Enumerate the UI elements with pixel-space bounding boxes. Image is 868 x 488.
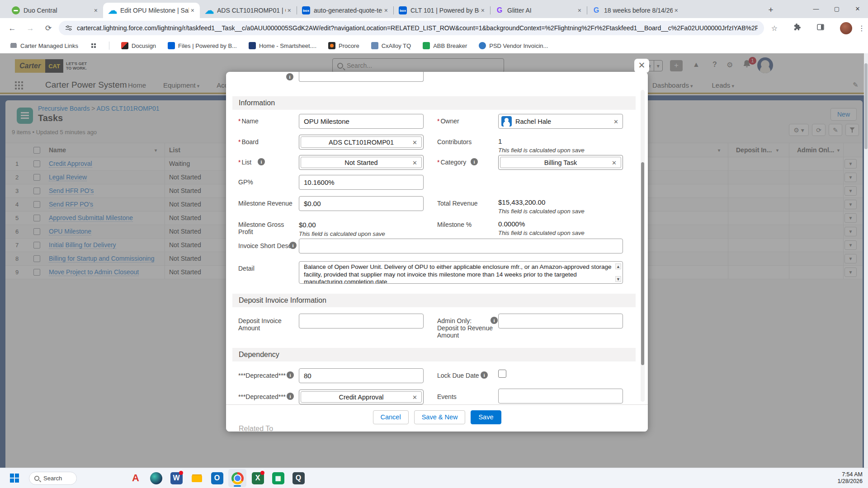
bookmark-item[interactable]: PSD Vendor Invoicin... <box>479 42 548 49</box>
browser-profile-avatar[interactable] <box>840 22 852 34</box>
browser-tab[interactable]: Duo Central × <box>6 3 103 18</box>
admin-only-info-icon[interactable]: i <box>491 317 498 324</box>
taskbar-app-icon <box>130 472 142 484</box>
bookmark-item[interactable]: Procore <box>328 42 359 49</box>
taskbar-app-button[interactable] <box>228 469 246 487</box>
board-lookup-pill[interactable]: ADS CLT101ROMP01 ✕ <box>299 135 424 150</box>
start-button-icon[interactable] <box>10 474 19 483</box>
deprecated-1-info-icon[interactable]: i <box>287 371 294 379</box>
deprecated-2-info-icon[interactable]: i <box>287 393 294 400</box>
deprecated-2-lookup-pill[interactable]: Credit Approval ✕ <box>299 389 424 404</box>
taskbar-app-button[interactable] <box>127 469 145 487</box>
site-settings-icon[interactable] <box>65 24 72 32</box>
invoice-short-desc-info-icon[interactable]: i <box>289 242 297 249</box>
taskbar-app-button[interactable] <box>208 469 226 487</box>
reload-button[interactable]: ⟳ <box>42 23 54 34</box>
remove-owner-icon[interactable]: ✕ <box>613 118 618 125</box>
list-lookup-pill[interactable]: Not Started ✕ <box>299 155 424 170</box>
lock-due-date-checkbox[interactable] <box>498 370 506 378</box>
tab-favicon <box>495 6 504 14</box>
tab-close-icon[interactable]: × <box>479 6 486 15</box>
category-lookup-pill[interactable]: Billing Task ✕ <box>498 155 623 170</box>
info-icon[interactable]: i <box>286 73 293 80</box>
cancel-button[interactable]: Cancel <box>373 410 409 424</box>
page-scrollbar-thumb[interactable] <box>864 63 868 149</box>
forward-button[interactable]: → <box>24 23 36 34</box>
extensions-puzzle-icon[interactable] <box>791 23 803 34</box>
field-label-milestone-pct: Milestone % <box>437 221 472 228</box>
page-scrollbar[interactable] <box>864 53 868 468</box>
category-info-icon[interactable]: i <box>471 158 478 165</box>
bookmark-item[interactable]: ABB Breaker <box>423 42 467 49</box>
browser-menu-icon[interactable]: ⋮ <box>856 23 868 34</box>
detail-scroll-down-icon[interactable]: ▼ <box>615 276 621 282</box>
window-maximize-button[interactable]: ▢ <box>826 0 847 17</box>
tab-title: auto-generated-quote-templat <box>314 7 382 14</box>
field-label-gp: GP% <box>238 178 253 186</box>
taskbar-app-button[interactable] <box>188 469 206 487</box>
bookmark-item[interactable]: Docusign <box>121 42 156 49</box>
owner-lookup-pill[interactable]: Rachel Hale ✕ <box>498 114 623 129</box>
window-close-button[interactable]: ✕ <box>847 0 868 17</box>
browser-tab[interactable]: auto-generated-quote-templat × <box>297 3 393 18</box>
remove-list-icon[interactable]: ✕ <box>412 159 417 166</box>
browser-tab[interactable]: CLT 101 | Powered by Box × <box>393 3 490 18</box>
remove-board-icon[interactable]: ✕ <box>412 139 417 145</box>
events-input[interactable] <box>498 389 623 404</box>
window-minimize-button[interactable]: — <box>806 0 826 17</box>
taskbar-app-button[interactable] <box>249 469 267 487</box>
side-panel-icon[interactable] <box>815 23 826 34</box>
bookmark-label: Carter Managed Links <box>20 42 78 49</box>
tab-close-icon[interactable]: × <box>673 6 680 15</box>
name-input[interactable] <box>299 114 424 129</box>
back-button[interactable]: ← <box>6 23 18 34</box>
bookmark-item[interactable]: Files | Powered by B... <box>168 42 237 49</box>
save-and-new-button[interactable]: Save & New <box>414 410 466 424</box>
partial-scrolled-input[interactable] <box>299 72 424 82</box>
tab-close-icon[interactable]: × <box>286 6 293 15</box>
tab-close-icon[interactable]: × <box>189 6 196 15</box>
invoice-short-desc-input[interactable] <box>299 239 623 253</box>
taskbar-app-button[interactable] <box>147 469 165 487</box>
window-controls: — ▢ ✕ <box>806 0 868 17</box>
bookmark-item[interactable] <box>109 42 109 50</box>
modal-scrollbar-thumb[interactable] <box>641 162 644 365</box>
owner-value: Rachel Hale <box>515 118 551 125</box>
new-tab-button[interactable]: + <box>765 5 777 16</box>
browser-tab[interactable]: Edit OPU Milestone | Salesforce × <box>103 3 200 18</box>
deprecated-1-input[interactable] <box>299 368 424 383</box>
browser-tab[interactable]: Glitter AI × <box>490 3 587 18</box>
total-revenue-note: This field is calculated upon save <box>498 208 585 215</box>
detail-scroll-up-icon[interactable]: ▲ <box>615 263 621 269</box>
modal-scrollbar[interactable] <box>641 90 645 402</box>
bookmark-item[interactable]: CxAlloy TQ <box>371 42 411 49</box>
browser-tab[interactable]: ADS CLT101ROMP01 | Opportu × <box>200 3 297 18</box>
tab-close-icon[interactable]: × <box>92 6 99 15</box>
milestone-revenue-input[interactable] <box>299 196 424 211</box>
list-info-icon[interactable]: i <box>258 158 265 165</box>
bookmark-item[interactable]: Home - Smartsheet.... <box>249 42 316 49</box>
tab-close-icon[interactable]: × <box>576 6 583 15</box>
browser-tab[interactable]: 18 weeks before 8/14/26 - Goo × <box>587 3 684 18</box>
taskbar-clock[interactable]: 7:54 AM 1/28/2026 <box>837 471 863 485</box>
taskbar-search-box[interactable]: Search <box>29 472 77 485</box>
taskbar-app-button[interactable] <box>289 469 307 487</box>
taskbar-app-button[interactable] <box>269 469 287 487</box>
admin-only-input[interactable] <box>498 314 623 328</box>
detail-textarea[interactable]: Balance of Open Power Unit. Delivery of … <box>299 261 623 284</box>
owner-avatar-icon <box>501 116 512 127</box>
lock-due-date-info-icon[interactable]: i <box>481 371 488 379</box>
modal-close-button[interactable]: ✕ <box>634 59 649 73</box>
bookmark-star-icon[interactable]: ☆ <box>769 23 780 34</box>
deposit-amount-input[interactable] <box>299 314 424 328</box>
taskbar-app-button[interactable] <box>167 469 185 487</box>
tab-close-icon[interactable]: × <box>382 6 390 15</box>
remove-deprecated-2-icon[interactable]: ✕ <box>412 394 417 400</box>
gp-input[interactable] <box>299 175 424 190</box>
save-button[interactable]: Save <box>471 410 501 424</box>
bookmark-item[interactable] <box>90 42 97 49</box>
tab-favicon <box>592 6 600 14</box>
bookmark-item[interactable]: Carter Managed Links <box>10 42 78 49</box>
remove-category-icon[interactable]: ✕ <box>612 159 617 166</box>
address-bar[interactable]: cartercat.lightning.force.com/lightning/… <box>59 21 764 35</box>
